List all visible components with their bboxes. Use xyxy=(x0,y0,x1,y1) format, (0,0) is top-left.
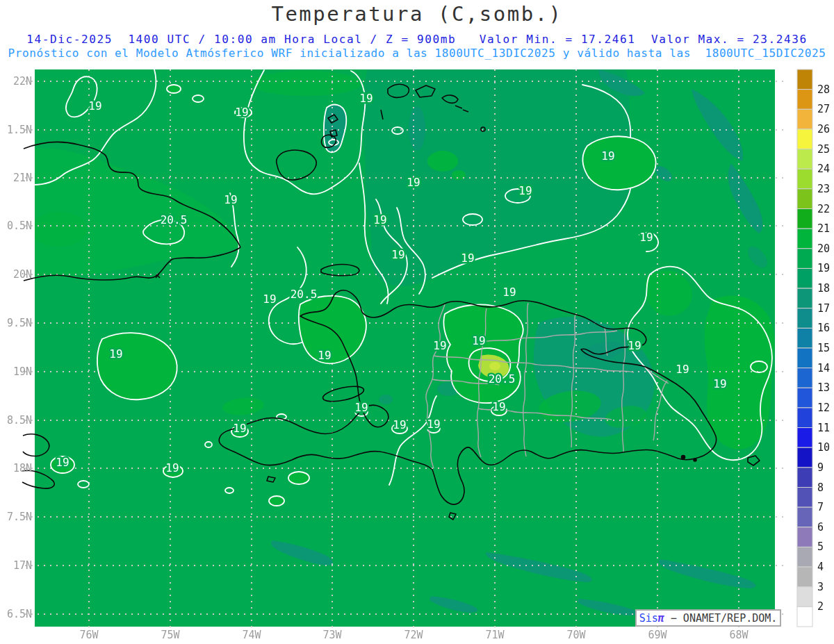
colorbar-box xyxy=(797,90,812,110)
colorbar-tick-label: 4 xyxy=(817,561,824,573)
colorbar-tick-label: 28 xyxy=(817,83,830,96)
contour-label: 20.5 xyxy=(291,288,318,301)
colorbar-tick-label: 19 xyxy=(817,262,830,274)
lon-label: 74W xyxy=(242,629,261,641)
lat-label: 20N xyxy=(13,268,32,281)
lat-label: 8.5N xyxy=(7,414,32,427)
colorbar-box xyxy=(797,428,812,448)
contour-label: 19 xyxy=(391,248,404,261)
colorbar-box xyxy=(797,468,812,488)
colorbar-tick-label: 13 xyxy=(817,381,830,394)
lon-label: 69W xyxy=(648,629,667,641)
contour-label: 20.5 xyxy=(161,213,188,226)
contour-label: 19 xyxy=(318,349,331,362)
lat-label: 1.5N xyxy=(7,124,32,136)
contour-label: 19 xyxy=(461,251,474,265)
colorbar-tick-label: 11 xyxy=(817,422,830,434)
contour-label: 19 xyxy=(56,456,69,469)
pi-symbol: π xyxy=(658,612,664,625)
contour-label: 19 xyxy=(373,213,386,226)
contour-label: 19 xyxy=(601,149,614,163)
sispi-logo: Sis xyxy=(639,612,658,625)
colorbar-tick-label: 9 xyxy=(817,461,824,474)
contour-label: 19 xyxy=(433,339,446,352)
contour-label: 19 xyxy=(109,347,122,361)
lat-label: 18N xyxy=(13,462,32,474)
colorbar-tick-label: 14 xyxy=(817,362,830,374)
contour-label: 19 xyxy=(492,400,505,413)
colorbar-tick-label: 23 xyxy=(817,183,830,195)
colorbar-box xyxy=(797,249,812,269)
lon-label: 75W xyxy=(161,629,180,641)
colorbar-tick-label: 2 xyxy=(817,600,824,613)
colorbar-tick-label: 16 xyxy=(817,322,830,334)
colorbar-tick-label: 25 xyxy=(817,143,830,156)
colorbar-box xyxy=(797,388,812,408)
colorbar-box xyxy=(797,169,812,189)
contour-label: 19 xyxy=(354,401,368,414)
lon-label: 68W xyxy=(729,629,749,641)
colorbar-box xyxy=(797,408,812,428)
colorbar-box xyxy=(797,447,812,468)
colorbar-box xyxy=(797,209,812,229)
colorbar-box xyxy=(797,368,812,388)
contour-label: 19 xyxy=(472,334,485,347)
lon-label: 76W xyxy=(79,629,99,641)
lon-label: 71W xyxy=(485,629,505,641)
colorbar-tick-label: 21 xyxy=(817,222,830,235)
colorbar-box xyxy=(797,69,812,90)
colorbar-box xyxy=(797,606,812,627)
contour-label: 19 xyxy=(502,286,516,299)
colorbar-tick-label: 12 xyxy=(817,402,830,414)
contour-label: 19 xyxy=(88,99,101,113)
colorbar-box xyxy=(797,527,812,547)
lon-label: 72W xyxy=(404,629,423,641)
contour-label: 19 xyxy=(233,422,246,435)
colorbar-box xyxy=(797,348,812,368)
temperature-colorbar: 2827262524232221201918171615141312111098… xyxy=(797,69,830,627)
colorbar-box xyxy=(797,308,812,329)
lat-label: 0.5N xyxy=(7,220,32,232)
colorbar-tick-label: 20 xyxy=(817,242,830,255)
credit-text: − ONAMET/REP.DOM. xyxy=(664,612,778,625)
colorbar-box xyxy=(797,328,812,348)
contour-label: 19 xyxy=(427,418,440,431)
lon-label: 70W xyxy=(566,629,586,641)
lon-label: 73W xyxy=(322,629,342,641)
colorbar-tick-label: 5 xyxy=(817,540,824,553)
contour-label: 19 xyxy=(165,461,179,474)
lat-label: 19N xyxy=(13,365,32,378)
forecast-page: Temperatura (C,somb.) 14-Dic-2025 1400 U… xyxy=(0,0,834,644)
colorbar-tick-label: 3 xyxy=(817,581,824,593)
colorbar-box xyxy=(797,288,812,308)
contour-label: 19 xyxy=(393,418,406,431)
contour-label: 19 xyxy=(713,377,726,390)
contour-label: 19 xyxy=(359,92,373,105)
colorbar-box xyxy=(797,507,812,527)
forecast-map: 1919191919191919191919191919191919191919… xyxy=(0,0,834,644)
lat-label: 21N xyxy=(13,172,32,184)
colorbar-tick-label: 17 xyxy=(817,302,830,315)
colorbar-tick-label: 8 xyxy=(817,481,824,494)
contour-label: 19 xyxy=(628,339,641,352)
lat-label: 22N xyxy=(13,75,32,88)
credit-badge: Sisπ − ONAMET/REP.DOM. xyxy=(635,609,781,627)
colorbar-tick-label: 26 xyxy=(817,123,830,135)
colorbar-box xyxy=(797,547,812,567)
colorbar-tick-label: 15 xyxy=(817,342,830,354)
colorbar-tick-label: 18 xyxy=(817,282,830,295)
contour-label: 19 xyxy=(676,363,689,376)
colorbar-tick-label: 10 xyxy=(817,441,830,454)
contour-label: 20.5 xyxy=(489,372,516,386)
colorbar-tick-label: 27 xyxy=(817,103,830,115)
lat-label: 7.5N xyxy=(7,511,32,523)
contour-label: 19 xyxy=(407,176,420,189)
colorbar-box xyxy=(797,268,812,288)
colorbar-box xyxy=(797,567,812,587)
colorbar-box xyxy=(797,189,812,209)
colorbar-box xyxy=(797,587,812,607)
contour-label: 19 xyxy=(224,193,237,206)
contour-label: 19 xyxy=(518,184,532,197)
colorbar-box xyxy=(797,229,812,249)
colorbar-tick-label: 24 xyxy=(817,163,830,175)
